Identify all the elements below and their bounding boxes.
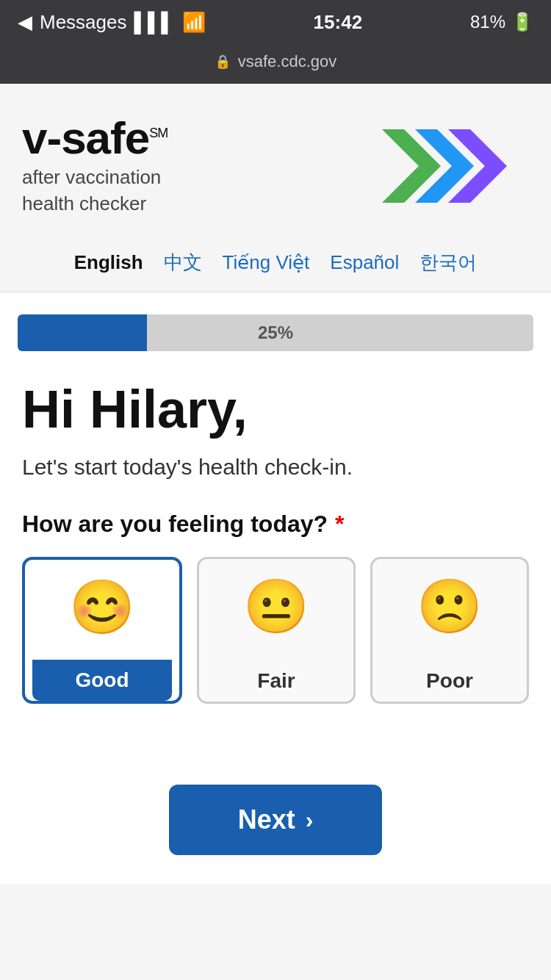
question-label: How are you feeling today? * [22,511,529,538]
battery-label: 81% [470,12,505,32]
vsafe-logo-chevrons [367,107,529,225]
next-button-label: Next [238,804,295,835]
lock-icon: 🔒 [215,54,231,70]
status-right: 81% 🔋 [470,12,533,32]
feeling-fair[interactable]: 😐 Fair [197,557,356,704]
feeling-poor[interactable]: 🙁 Poor [370,557,529,704]
status-left: ◀ Messages ▌▌▌ 📶 [18,11,206,34]
lang-chinese[interactable]: 中文 [164,250,202,275]
poor-emoji: 🙁 [417,580,483,633]
required-star: * [335,511,344,538]
signal-icon: ▌▌▌ [134,11,175,34]
fair-label: Fair [206,660,346,702]
lang-korean[interactable]: 한국어 [419,250,477,275]
feeling-good[interactable]: 😊 Good [22,557,182,704]
app-subtitle: after vaccination health checker [22,164,168,217]
carrier-label: Messages [40,11,127,34]
back-arrow: ◀ [18,11,32,34]
greeting-heading: Hi Hilary, [22,381,529,439]
good-label: Good [32,660,172,701]
url-text: vsafe.cdc.gov [238,52,337,71]
wifi-icon: 📶 [182,11,206,34]
greeting-subtext: Let's start today's health check-in. [22,455,529,480]
progress-bar: 25% [18,314,533,351]
poor-label: Poor [380,660,519,702]
app-name: v-safeSM [22,115,168,161]
lang-spanish[interactable]: Español [330,251,399,274]
feeling-options: 😊 Good 😐 Fair 🙁 Poor [22,557,529,704]
battery-icon: 🔋 [511,12,533,32]
next-chevron-icon: › [306,807,314,834]
language-bar: English 中文 Tiếng Việt Español 한국어 [0,239,551,292]
progress-label: 25% [18,323,533,343]
status-time: 15:42 [314,11,363,34]
progress-section: 25% [0,292,551,359]
lang-vietnamese[interactable]: Tiếng Việt [223,251,310,274]
next-button[interactable]: Next › [169,785,382,855]
app-header: v-safeSM after vaccination health checke… [0,84,551,239]
main-content: Hi Hilary, Let's start today's health ch… [0,359,551,770]
next-button-section: Next › [0,770,551,884]
fair-emoji: 😐 [243,580,309,633]
logo-text: v-safeSM after vaccination health checke… [22,115,168,217]
lang-english[interactable]: English [74,251,143,274]
url-bar: 🔒 vsafe.cdc.gov [0,44,551,84]
good-emoji: 😊 [69,580,135,633]
status-bar: ◀ Messages ▌▌▌ 📶 15:42 81% 🔋 [0,0,551,44]
